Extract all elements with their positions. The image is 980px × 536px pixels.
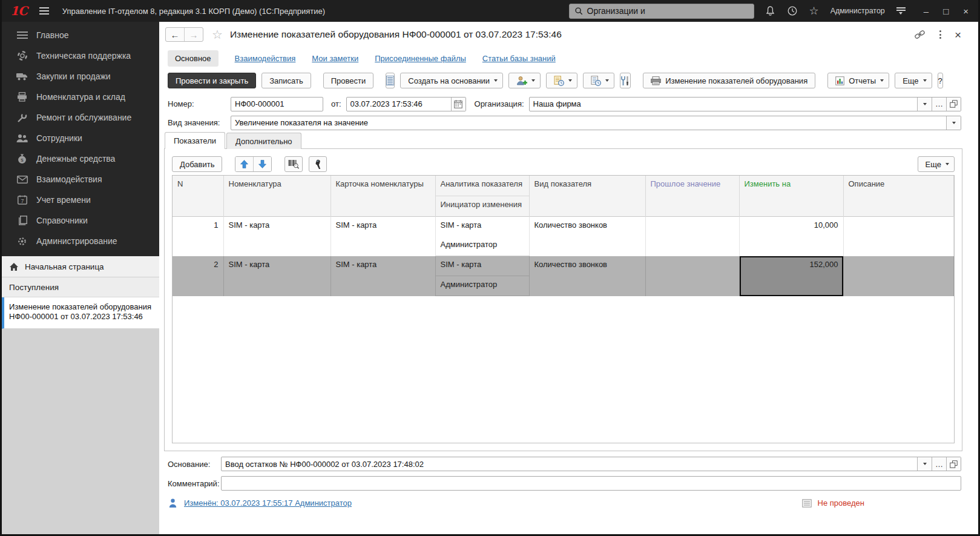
basis-dropdown-button[interactable]: [917, 457, 932, 471]
column-header-kind[interactable]: Вид показателя: [529, 176, 645, 217]
show-register-records-button[interactable]: [386, 73, 395, 88]
cell-card[interactable]: SIM - карта: [331, 217, 435, 256]
create-on-basis-button[interactable]: Создать на основании: [400, 73, 503, 88]
barcode-scanner-button[interactable]: [309, 156, 327, 172]
cell-initiator[interactable]: Администратор: [435, 236, 529, 256]
basis-choose-button[interactable]: …: [932, 457, 946, 471]
close-document-button[interactable]: ×: [955, 29, 961, 41]
cell-description[interactable]: [843, 217, 954, 256]
basis-input[interactable]: [222, 457, 917, 471]
sidebar-item-employees[interactable]: Сотрудники: [2, 128, 159, 148]
value-kind-dropdown-button[interactable]: [946, 116, 961, 130]
cell-analytics[interactable]: SIM - карта: [435, 256, 529, 276]
column-header-description[interactable]: Описание: [843, 176, 954, 217]
cell-row-number[interactable]: 1: [173, 217, 223, 256]
move-row-up-button[interactable]: [235, 157, 253, 171]
table-row-selected[interactable]: 2 SIM - карта SIM - карта SIM - карта Ко…: [173, 256, 954, 276]
get-link-icon[interactable]: [913, 30, 926, 39]
sidebar-item-administration[interactable]: Администрирование: [2, 231, 159, 251]
column-header-n[interactable]: N: [173, 176, 223, 217]
cell-initiator[interactable]: Администратор: [435, 276, 529, 296]
cell-analytics[interactable]: SIM - карта: [435, 217, 529, 237]
number-input[interactable]: [231, 98, 323, 111]
sidebar-item-repair-service[interactable]: Ремонт и обслуживание: [2, 107, 159, 128]
forward-button[interactable]: →: [184, 28, 203, 41]
tab-indicators[interactable]: Показатели: [165, 132, 225, 149]
column-header-change-to[interactable]: Изменить на: [739, 176, 843, 217]
table-row[interactable]: 1 SIM - карта SIM - карта SIM - карта Ко…: [173, 217, 954, 237]
open-window-receipts[interactable]: Поступления: [2, 277, 159, 297]
tab-additional[interactable]: Дополнительно: [226, 133, 301, 149]
cell-kind[interactable]: Количество звонков: [529, 256, 645, 296]
organization-input[interactable]: [530, 98, 917, 111]
post-and-close-button[interactable]: Провести и закрыть: [168, 73, 256, 88]
cell-description[interactable]: [843, 256, 954, 296]
list-schedule-dropdown-button[interactable]: [583, 73, 614, 88]
column-header-nomenclature[interactable]: Номенклатура: [223, 176, 331, 217]
nav-tab-main[interactable]: Основное: [168, 50, 219, 67]
cell-previous-value[interactable]: [645, 256, 739, 296]
open-window-active[interactable]: Изменение показателей оборудования НФ00-…: [2, 297, 159, 329]
table-more-button[interactable]: Еще: [918, 156, 955, 172]
comment-input[interactable]: [222, 477, 961, 490]
column-header-analytics[interactable]: Аналитика показателя: [435, 176, 529, 196]
sidebar-item-main[interactable]: Главное: [2, 25, 159, 45]
modified-link[interactable]: Изменён: 03.07.2023 17:55:17 Администрат…: [184, 498, 352, 508]
sidebar-item-purchases-sales[interactable]: Закупки и продажи: [2, 66, 159, 87]
window-maximize-button[interactable]: □: [943, 6, 949, 16]
reports-button[interactable]: Отчеты: [827, 73, 889, 88]
window-minimize-button[interactable]: –: [924, 6, 929, 16]
main-menu-icon[interactable]: [39, 7, 49, 15]
barcode-search-button[interactable]: [284, 156, 303, 172]
notifications-bell-icon[interactable]: [765, 5, 775, 16]
column-header-previous-value[interactable]: Прошлое значение: [645, 176, 739, 217]
more-actions-kebab-icon[interactable]: [939, 30, 941, 39]
cell-previous-value[interactable]: [645, 217, 739, 256]
date-input[interactable]: [347, 98, 451, 111]
organization-dropdown-button[interactable]: [917, 98, 932, 111]
add-user-dropdown-button[interactable]: [508, 73, 541, 88]
column-header-initiator[interactable]: Инициатор изменения: [435, 196, 529, 217]
sidebar-item-nomenclature-warehouse[interactable]: Номенклатура и склад: [2, 87, 159, 107]
history-icon[interactable]: [787, 5, 798, 16]
service-tools-button[interactable]: [620, 73, 631, 88]
current-user[interactable]: Администратор: [830, 7, 885, 15]
nav-link-knowledge-base[interactable]: Статьи базы знаний: [482, 54, 556, 63]
global-search-input[interactable]: Организации и: [569, 4, 754, 19]
nav-link-my-notes[interactable]: Мои заметки: [312, 54, 358, 63]
window-close-button[interactable]: ×: [963, 6, 968, 16]
column-header-card[interactable]: Карточка номенклатуры: [331, 176, 435, 217]
back-button[interactable]: ←: [166, 28, 184, 41]
cell-change-to[interactable]: 10,000: [739, 217, 843, 256]
move-row-down-button[interactable]: [253, 157, 271, 171]
nav-link-interactions[interactable]: Взаимодействия: [235, 54, 296, 63]
organization-choose-button[interactable]: …: [932, 98, 946, 111]
more-button[interactable]: Еще: [895, 73, 932, 88]
favorites-star-icon[interactable]: ☆: [809, 4, 819, 18]
nav-link-attached-files[interactable]: Присоединенные файлы: [375, 54, 466, 63]
value-kind-input[interactable]: [231, 116, 946, 130]
print-button[interactable]: Изменение показателей оборудования: [643, 73, 815, 88]
sidebar-item-money[interactable]: s Денежные средства: [2, 148, 159, 169]
add-row-button[interactable]: Добавить: [172, 156, 222, 172]
save-button[interactable]: Записать: [261, 73, 311, 88]
favorite-star-icon[interactable]: ☆: [212, 27, 223, 42]
document-tasks-dropdown-button[interactable]: [546, 73, 577, 88]
cell-card[interactable]: SIM - карта: [331, 256, 435, 296]
date-calendar-button[interactable]: [451, 98, 465, 111]
basis-open-button[interactable]: [946, 457, 961, 471]
cell-nomenclature[interactable]: SIM - карта: [223, 217, 331, 256]
help-button[interactable]: ?: [938, 73, 943, 88]
cell-nomenclature[interactable]: SIM - карта: [223, 256, 331, 296]
cell-kind[interactable]: Количество звонков: [529, 217, 645, 256]
post-button[interactable]: Провести: [323, 73, 374, 88]
user-menu-icon[interactable]: [896, 7, 906, 15]
cell-change-to-focused[interactable]: 152,000: [739, 256, 843, 296]
sidebar-item-interactions[interactable]: Взаимодействия: [2, 169, 159, 190]
home-page-item[interactable]: Начальная страница: [2, 256, 159, 277]
sidebar-item-tech-support[interactable]: Техническая поддержка: [2, 45, 159, 66]
cell-row-number[interactable]: 2: [173, 256, 223, 296]
sidebar-item-time-tracking[interactable]: 7 Учет времени: [2, 190, 159, 210]
organization-open-button[interactable]: [946, 98, 961, 111]
sidebar-item-references[interactable]: Справочники: [2, 210, 159, 231]
